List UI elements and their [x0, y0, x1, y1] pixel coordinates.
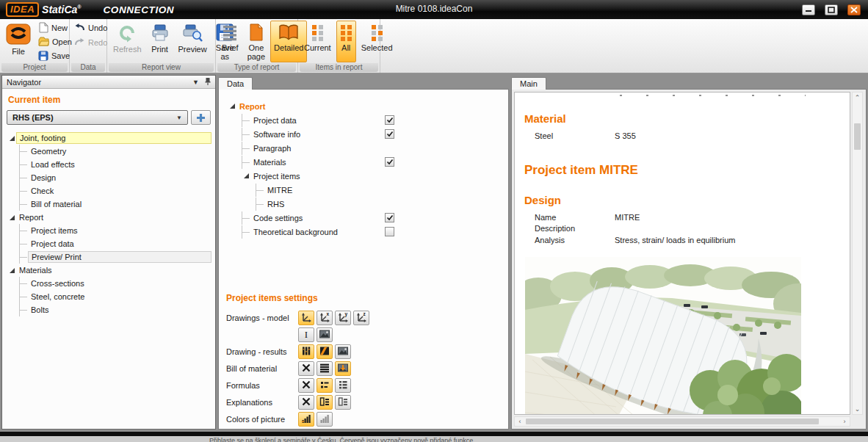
tree-item-label: Cross-sections	[28, 278, 87, 289]
none-button[interactable]	[298, 378, 314, 393]
tree-guide-line	[19, 158, 28, 171]
chart-grey-icon	[319, 413, 330, 427]
expander-icon[interactable]	[7, 267, 16, 274]
list-explained-grey-button[interactable]	[335, 395, 351, 410]
results-diagonal-button[interactable]	[317, 344, 333, 359]
horizontal-scroll-thumb[interactable]	[526, 419, 819, 424]
settings-row-formulas: Formulas	[225, 377, 502, 394]
expander-icon[interactable]	[7, 214, 16, 221]
tree-item-load-effects[interactable]: Load effects	[4, 158, 213, 171]
settings-row-bill-of-material: Bill of material	[225, 361, 502, 377]
tree-item-software-info[interactable]: Software info	[225, 127, 502, 141]
save-button[interactable]: Save	[36, 50, 74, 62]
file-button[interactable]: File	[2, 21, 35, 62]
tree-guide-line	[19, 237, 28, 250]
close-button[interactable]	[847, 4, 861, 15]
new-button[interactable]: New	[36, 21, 74, 34]
vertical-scrollbar[interactable]: ⌃ ⌄	[852, 92, 863, 415]
dimension-button[interactable]: I	[298, 327, 314, 342]
tree-item-project-data[interactable]: Project data	[225, 113, 502, 127]
tree-item-theoretical-background[interactable]: Theoretical background	[225, 225, 502, 239]
results-columns-icon	[300, 345, 312, 359]
add-item-button[interactable]	[191, 110, 211, 125]
report-row-name: NameMITRE	[524, 213, 850, 225]
minimize-button[interactable]	[802, 4, 815, 15]
none-button[interactable]	[298, 361, 314, 376]
checkbox-materials[interactable]	[385, 157, 394, 167]
items-current-button[interactable]: Current	[300, 21, 335, 62]
list-brief-button[interactable]	[317, 378, 333, 393]
current-item-dropdown[interactable]: RHS (EPS) ▼	[7, 110, 188, 125]
tree-item-check[interactable]: Check	[4, 184, 213, 198]
scroll-left-icon[interactable]: ‹	[515, 417, 525, 426]
tab-main[interactable]: Main	[511, 77, 546, 90]
checkbox-software-info[interactable]	[385, 129, 394, 139]
tree-item-project-items[interactable]: Project items	[225, 169, 502, 183]
checkbox-theoretical-background[interactable]	[385, 227, 394, 236]
list-explained-button[interactable]	[317, 395, 333, 410]
tree-item-project-items[interactable]: Project items	[4, 224, 213, 237]
tree-item-joint-footing[interactable]: Joint, footing	[4, 131, 213, 145]
tree-item-report[interactable]: Report	[225, 99, 502, 113]
tree-item-cross-sections[interactable]: Cross-sections	[4, 277, 213, 290]
redo-button[interactable]: Redo	[72, 36, 109, 49]
open-button[interactable]: Open	[36, 35, 74, 48]
ribbon-group-project: File New Open Save	[0, 19, 70, 73]
tree-item-paragraph[interactable]: Paragraph	[225, 141, 502, 155]
results-columns-button[interactable]	[298, 344, 314, 359]
tree-item-steel-concrete[interactable]: Steel, concrete	[4, 290, 213, 303]
picture-button[interactable]	[335, 344, 351, 359]
current-item-value: RHS (EPS)	[12, 113, 54, 122]
settings-row-buttons: I	[298, 327, 335, 342]
tree-item-mitre[interactable]: MITRE	[225, 183, 502, 197]
tree-item-materials[interactable]: Materials	[4, 264, 213, 277]
file-button-label: File	[12, 47, 25, 56]
picture-button[interactable]	[317, 327, 333, 342]
chevron-down-icon[interactable]: ▼	[192, 79, 199, 86]
tree-item-label: Materials	[250, 157, 289, 167]
checkbox-code-settings[interactable]	[385, 213, 394, 222]
scroll-down-icon[interactable]: ⌄	[853, 404, 862, 414]
brief-report-button[interactable]: Brief	[218, 21, 242, 62]
axes-x-button[interactable]: x	[317, 311, 333, 325]
tree-item-bolts[interactable]: Bolts	[4, 303, 213, 316]
picture-arrow-button[interactable]	[335, 361, 351, 376]
tree-item-code-settings[interactable]: Code settings	[225, 211, 502, 225]
pin-icon[interactable]	[205, 77, 211, 87]
tree-item-bill-of-material[interactable]: Bill of material	[4, 198, 213, 211]
chart-grey-button[interactable]	[317, 412, 333, 427]
scroll-up-icon[interactable]: ⌃	[853, 93, 862, 103]
tab-data[interactable]: Data	[218, 77, 253, 90]
scroll-right-icon[interactable]: ›	[839, 417, 850, 426]
none-button[interactable]	[298, 395, 314, 410]
table-rows-button[interactable]	[317, 361, 333, 376]
tree-item-project-data[interactable]: Project data	[4, 237, 213, 250]
axes-z-button[interactable]: z	[353, 311, 369, 325]
tree-item-preview-print[interactable]: Preview/ Print	[4, 250, 213, 264]
expander-icon[interactable]	[242, 173, 250, 179]
print-button[interactable]: Print	[147, 21, 173, 62]
undo-button[interactable]: Undo	[72, 21, 109, 35]
refresh-button[interactable]: Refresh	[109, 21, 145, 62]
list-detailed-button[interactable]	[335, 378, 351, 393]
vertical-scroll-thumb[interactable]	[854, 123, 861, 150]
expander-icon[interactable]	[228, 103, 236, 109]
tree-item-materials[interactable]: Materials	[225, 155, 502, 169]
maximize-button[interactable]	[825, 4, 838, 15]
checkbox-project-data[interactable]	[385, 115, 394, 125]
tree-item-geometry[interactable]: Geometry	[4, 145, 213, 158]
tree-item-report[interactable]: Report	[4, 211, 213, 224]
axes-3d-button[interactable]	[298, 311, 314, 325]
tree-guide-line	[19, 250, 28, 264]
horizontal-scrollbar[interactable]: ‹ ›	[514, 416, 850, 427]
one-page-report-button[interactable]: One page	[244, 21, 269, 62]
chart-color-button[interactable]	[298, 412, 314, 427]
preview-button[interactable]: Preview	[175, 21, 211, 62]
items-all-button[interactable]: All	[336, 21, 356, 62]
tree-item-label: Load effects	[28, 159, 78, 170]
tree-item-rhs[interactable]: RHS	[225, 197, 502, 211]
expander-icon[interactable]	[7, 135, 16, 142]
items-selected-button[interactable]: Selected	[358, 21, 397, 62]
tree-item-design[interactable]: Design	[4, 171, 213, 184]
axes-y-button[interactable]: y	[335, 311, 351, 325]
